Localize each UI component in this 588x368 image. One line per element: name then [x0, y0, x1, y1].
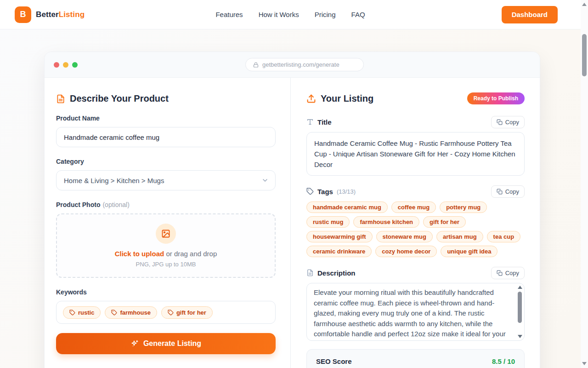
copy-icon: [497, 189, 503, 195]
product-form-panel: Describe Your Product Product Name Handm…: [45, 78, 291, 368]
description-text: Elevate your morning ritual with this be…: [307, 283, 524, 341]
generated-description-box[interactable]: Elevate your morning ritual with this be…: [306, 283, 525, 341]
photo-optional-note: (optional): [102, 201, 129, 208]
copy-description-button[interactable]: Copy: [491, 267, 525, 279]
tag-pill: housewarming gift: [306, 231, 373, 242]
tag-pill: cozy home decor: [375, 246, 437, 257]
top-nav: B BetterListing FeaturesHow it WorksPric…: [0, 0, 581, 29]
seo-score-label: SEO Score: [316, 357, 352, 365]
tags-label: Tags: [317, 188, 333, 196]
nav-link[interactable]: Pricing: [315, 11, 336, 18]
traffic-light-green-icon: [72, 62, 78, 68]
listing-panel: Your Listing Ready to Publish Title Copy…: [291, 78, 540, 368]
upload-icon: [306, 94, 316, 104]
traffic-light-yellow-icon: [63, 62, 68, 68]
category-label: Category: [56, 156, 276, 167]
scroll-up-icon[interactable]: [582, 3, 587, 6]
sparkles-icon: [130, 339, 139, 348]
category-select[interactable]: Home & Living > Kitchen > Mugs: [56, 170, 276, 190]
listing-heading: Your Listing: [321, 93, 373, 104]
copy-title-button[interactable]: Copy: [491, 116, 525, 128]
copy-icon: [497, 119, 503, 125]
keywords-label: Keywords: [56, 287, 276, 297]
generated-title-box[interactable]: Handmade Ceramic Coffee Mug - Rustic Far…: [306, 132, 525, 176]
brand-icon: B: [15, 6, 31, 23]
generate-listing-button[interactable]: Generate Listing: [56, 333, 276, 354]
upload-hint: PNG, JPG up to 10MB: [136, 261, 196, 268]
photo-label: Product Photo (optional): [56, 200, 276, 210]
tag-pill: artisan mug: [436, 231, 483, 242]
product-name-input[interactable]: Handmade ceramic coffee mug: [56, 127, 276, 147]
description-label: Description: [317, 269, 356, 277]
tag-icon: [306, 188, 314, 195]
form-heading: Describe Your Product: [70, 93, 169, 104]
tag-pill: ceramic drinkware: [306, 246, 372, 257]
upload-instruction: Click to upload or drag and drop: [115, 250, 217, 258]
tag-pill: farmhouse kitchen: [353, 216, 419, 228]
tag-pill: pottery mug: [440, 201, 487, 213]
photo-upload-dropzone[interactable]: Click to upload or drag and drop PNG, JP…: [56, 213, 276, 278]
page-scrollbar[interactable]: [581, 0, 588, 368]
status-badge: Ready to Publish: [467, 92, 525, 104]
tag-icon: [111, 310, 117, 316]
upload-icon-circle: [156, 224, 176, 244]
chevron-down-icon: [261, 177, 269, 184]
scroll-down-icon[interactable]: [582, 362, 587, 365]
traffic-lights: [54, 62, 78, 68]
seo-score-card: SEO Score 8.5 / 10: [306, 349, 525, 368]
tag-pill: unique gift idea: [441, 246, 498, 257]
copy-icon: [497, 270, 503, 276]
url-text: getbetterlisting.com/generate: [262, 61, 339, 68]
keyword-chip: farmhouse: [105, 306, 157, 319]
scroll-up-icon[interactable]: [518, 286, 522, 289]
tags-count: (13/13): [337, 188, 356, 195]
type-icon: [306, 118, 314, 126]
tag-pill: handmade ceramic mug: [306, 201, 388, 213]
description-scrollbar[interactable]: [517, 285, 523, 339]
tags-list: handmade ceramic mugcoffee mugpottery mu…: [306, 201, 525, 257]
image-icon: [161, 229, 170, 238]
keyword-chip: gift for her: [161, 306, 213, 319]
tag-pill: rustic mug: [306, 216, 350, 228]
description-section: Description Copy Elevate your morning ri…: [306, 266, 525, 341]
brand-logo[interactable]: B BetterListing: [15, 6, 85, 23]
url-lock-icon: [253, 62, 259, 68]
browser-mockup-card: getbetterlisting.com/generate Describe Y…: [44, 52, 540, 368]
tag-pill: gift for her: [423, 216, 466, 228]
copy-tags-button[interactable]: Copy: [491, 185, 525, 198]
url-bar: getbetterlisting.com/generate: [245, 58, 364, 71]
document-icon: [56, 94, 65, 104]
scroll-down-icon[interactable]: [518, 335, 522, 338]
traffic-light-red-icon: [54, 62, 59, 68]
brand-name: BetterListing: [36, 10, 85, 19]
browser-mockup-header: getbetterlisting.com/generate: [45, 52, 540, 78]
tag-pill: coffee mug: [391, 201, 436, 213]
title-section: Title Copy Handmade Ceramic Coffee Mug -…: [306, 115, 525, 176]
tag-icon: [69, 310, 75, 316]
product-name-label: Product Name: [56, 113, 276, 123]
keyword-chip: rustic: [63, 306, 101, 319]
tags-section: Tags (13/13) Copy handmade ceramic mugco…: [306, 185, 525, 257]
seo-score-value: 8.5 / 10: [492, 357, 515, 365]
dashboard-button[interactable]: Dashboard: [502, 6, 558, 23]
title-label: Title: [317, 118, 332, 126]
description-scrollbar-thumb[interactable]: [518, 292, 522, 323]
file-text-icon: [306, 269, 314, 276]
tag-icon: [168, 310, 174, 316]
nav-link[interactable]: Features: [215, 11, 243, 18]
page-scrollbar-thumb[interactable]: [582, 34, 587, 76]
category-value: Home & Living > Kitchen > Mugs: [64, 177, 164, 184]
keywords-field[interactable]: rustic farmhouse gift for her: [56, 301, 276, 324]
nav-links: FeaturesHow it WorksPricingFAQ: [215, 11, 365, 18]
nav-link[interactable]: How it Works: [259, 11, 299, 18]
tag-pill: tea cup: [487, 231, 521, 242]
tag-pill: stoneware mug: [376, 231, 433, 242]
nav-link[interactable]: FAQ: [351, 11, 365, 18]
